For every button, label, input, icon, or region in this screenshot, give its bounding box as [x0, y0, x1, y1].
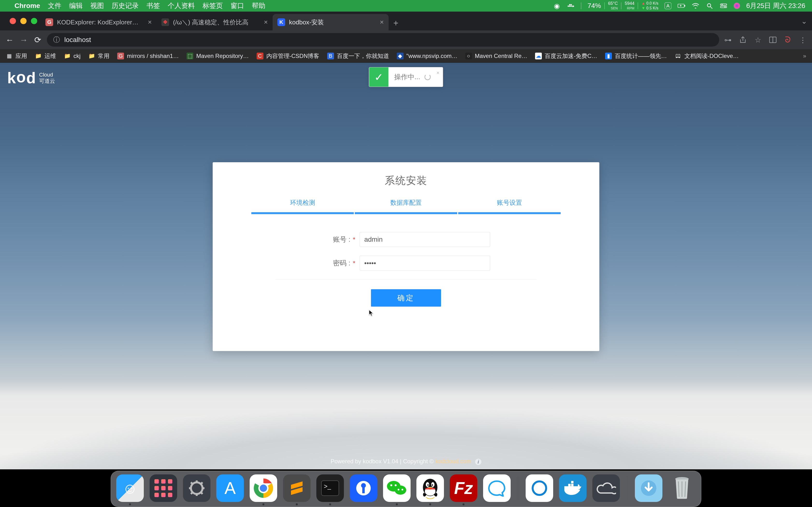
- tab-title: kodbox-安装: [289, 18, 376, 26]
- window-close-button[interactable]: [10, 18, 16, 24]
- tab-close-icon[interactable]: ×: [148, 18, 152, 26]
- bookmark-apps[interactable]: ▦应用: [6, 52, 27, 60]
- step-db-config[interactable]: 数据库配置: [355, 199, 457, 214]
- dock-filezilla[interactable]: Fz: [450, 474, 477, 502]
- doc-icon: 🕮: [675, 53, 681, 59]
- menu-bookmarks[interactable]: 书签: [146, 1, 160, 10]
- menu-file[interactable]: 文件: [48, 1, 61, 10]
- info-icon[interactable]: i: [475, 459, 481, 465]
- reading-list-icon[interactable]: [768, 36, 777, 44]
- account-label: 账号 :: [314, 235, 350, 244]
- dock-app-cloud[interactable]: [592, 474, 620, 502]
- menu-view[interactable]: 视图: [90, 1, 104, 10]
- folder-icon: 📁: [35, 53, 42, 59]
- tab-close-icon[interactable]: ×: [264, 18, 268, 26]
- dock-terminal[interactable]: >_: [316, 474, 344, 502]
- password-input[interactable]: [360, 256, 490, 271]
- tab-npsvip[interactable]: ❖ (/ω＼) 高速稳定、性价比高 ×: [157, 14, 272, 31]
- toast-processing: ✓ 操作中... ×: [369, 67, 443, 87]
- toast-close-icon[interactable]: ×: [437, 70, 440, 76]
- window-maximize-button[interactable]: [31, 18, 37, 24]
- menubar-appname[interactable]: Chrome: [14, 2, 40, 10]
- dock-launchpad[interactable]: [150, 474, 177, 502]
- bookmark-folder-ops[interactable]: 📁运维: [35, 52, 56, 60]
- dock-system-preferences[interactable]: [183, 474, 210, 502]
- svg-line-8: [711, 7, 712, 8]
- menubar-clock[interactable]: 6月25日 周六 23:26: [746, 1, 805, 10]
- account-form: 账号 : * 密码 : * 确定: [314, 232, 498, 306]
- menu-window[interactable]: 窗口: [231, 1, 244, 10]
- ime-indicator[interactable]: A: [665, 2, 671, 9]
- bookmark-folder-common[interactable]: 📁常用: [88, 52, 109, 60]
- nav-reload-button[interactable]: ⟳: [33, 35, 43, 45]
- tabs-overflow-icon[interactable]: ⌄: [801, 17, 807, 25]
- battery-icon[interactable]: [678, 2, 686, 10]
- svg-rect-50: [568, 484, 570, 486]
- menubar-stats[interactable]: 74% 65°CSEN 5944RPM ▲ 0.0 K/s ▼ 0.5 K/s: [588, 1, 658, 11]
- tab-kodexplorer[interactable]: G KODExplorer: KodExplorer是一… ×: [41, 14, 157, 31]
- password-saved-icon[interactable]: ⊶: [723, 36, 732, 44]
- tab-close-icon[interactable]: ×: [380, 18, 384, 26]
- bookmark-baiduyun[interactable]: ☁百度云加速-免费C…: [535, 52, 597, 60]
- menu-tabs[interactable]: 标签页: [203, 1, 223, 10]
- step-account[interactable]: 账号设置: [458, 199, 561, 214]
- bookmark-npsvip[interactable]: ◆"www.npsvip.com…: [397, 53, 457, 59]
- dock-sublime[interactable]: [283, 474, 311, 502]
- dock-1password[interactable]: [350, 474, 377, 502]
- bookmark-mirrors[interactable]: Gmirrors / shishan1…: [117, 53, 179, 59]
- nav-forward-button[interactable]: →: [19, 35, 29, 45]
- bookmark-baidu[interactable]: B百度一下，你就知道: [327, 52, 389, 60]
- bookmark-folder-ckj[interactable]: 📁ckj: [64, 53, 81, 59]
- footer-link[interactable]: kodcloud.com: [435, 458, 471, 464]
- bookmark-csdn[interactable]: C内容管理-CSDN博客: [257, 52, 319, 60]
- step-env-check[interactable]: 环境检测: [251, 199, 354, 214]
- account-input[interactable]: [360, 232, 490, 247]
- dock-finder[interactable]: ☺: [116, 474, 144, 502]
- bookmark-star-icon[interactable]: ☆: [754, 36, 762, 44]
- docker-menu-icon[interactable]: [567, 2, 575, 10]
- dock-chrome[interactable]: [250, 474, 277, 502]
- dock-downloads[interactable]: [635, 474, 662, 502]
- dock-app-docker[interactable]: [559, 474, 587, 502]
- dock-qq[interactable]: [416, 474, 444, 502]
- control-center-icon[interactable]: [720, 2, 727, 10]
- nav-back-button[interactable]: ←: [5, 35, 14, 45]
- submit-button[interactable]: 确定: [371, 289, 441, 306]
- share-icon[interactable]: [739, 36, 747, 44]
- bookmark-doclever[interactable]: 🕮文档阅读-DOCleve…: [675, 52, 739, 60]
- address-bar[interactable]: ⓘ localhost: [47, 33, 719, 47]
- form-divider: [275, 279, 537, 280]
- new-tab-button[interactable]: +: [389, 16, 403, 31]
- dock-trash[interactable]: [668, 474, 696, 502]
- svg-rect-1: [569, 6, 570, 7]
- menu-profile[interactable]: 个人资料: [168, 1, 195, 10]
- apps-grid-icon: ▦: [6, 53, 12, 59]
- bookmark-mvncentral[interactable]: ○Maven Central Re…: [465, 53, 527, 59]
- extension-icon[interactable]: ᘐ: [783, 36, 792, 44]
- chrome-menu-icon[interactable]: ⋮: [799, 36, 807, 44]
- dock-app-browser[interactable]: [526, 474, 553, 502]
- siri-icon[interactable]: [734, 3, 740, 9]
- dock-divider: [627, 476, 627, 500]
- camera-menu-icon[interactable]: ◉: [553, 2, 561, 10]
- wifi-icon[interactable]: [692, 2, 699, 10]
- spinner-icon: [424, 74, 431, 80]
- menu-edit[interactable]: 编辑: [69, 1, 83, 10]
- bookmarks-overflow[interactable]: »: [803, 53, 806, 59]
- window-minimize-button[interactable]: [20, 18, 27, 24]
- bookmark-mvnrepo[interactable]: ⬚Maven Repository…: [187, 53, 249, 59]
- dock-wechat[interactable]: [383, 474, 411, 502]
- menu-history[interactable]: 历史记录: [112, 1, 139, 10]
- bookmark-label: 运维: [45, 52, 56, 60]
- bookmark-label: 百度统计——领先…: [615, 52, 667, 60]
- svg-rect-31: [362, 487, 365, 493]
- site-info-icon[interactable]: ⓘ: [53, 35, 60, 44]
- svg-point-34: [390, 484, 392, 486]
- dock-chat[interactable]: [483, 474, 511, 502]
- tab-kodbox-install[interactable]: K kodbox-安装 ×: [272, 14, 389, 31]
- chrome-window: G KODExplorer: KodExplorer是一… × ❖ (/ω＼) …: [0, 12, 812, 469]
- bookmark-tongji[interactable]: ▮百度统计——领先…: [605, 52, 667, 60]
- menu-help[interactable]: 帮助: [252, 1, 265, 10]
- dock-appstore[interactable]: A: [216, 474, 244, 502]
- spotlight-icon[interactable]: [706, 2, 713, 10]
